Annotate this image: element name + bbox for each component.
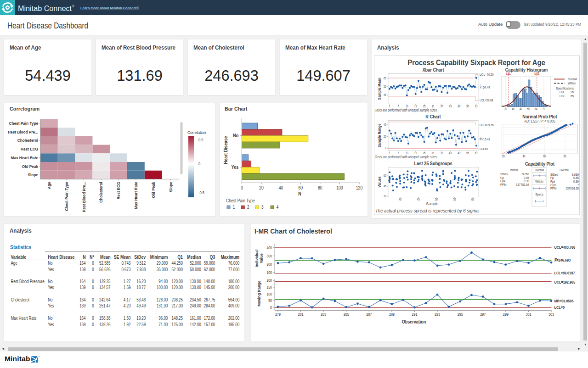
svg-text:49: 49 — [458, 152, 460, 155]
svg-text:400: 400 — [266, 245, 272, 250]
svg-text:126.00: 126.00 — [157, 297, 168, 302]
svg-text:120.00: 120.00 — [172, 285, 183, 290]
svg-text:LCL=38.68: LCL=38.68 — [480, 98, 493, 102]
svg-text:Sample Range: Sample Range — [377, 123, 382, 147]
svg-text:289: 289 — [389, 312, 395, 317]
svg-text:Max Heart Rate: Max Heart Rate — [11, 316, 36, 321]
svg-text:217.00: 217.00 — [172, 304, 183, 309]
svg-text:R Chart: R Chart — [425, 114, 441, 120]
svg-text:16.20: 16.20 — [136, 279, 146, 284]
svg-text:131.00: 131.00 — [157, 304, 168, 309]
svg-text:297: 297 — [480, 312, 486, 317]
svg-text:40: 40 — [522, 155, 525, 158]
svg-text:285: 285 — [344, 312, 350, 317]
svg-text:19: 19 — [414, 152, 417, 155]
svg-text:180.00: 180.00 — [228, 279, 239, 284]
svg-text:22.59: 22.59 — [136, 322, 146, 327]
svg-text:164: 164 — [79, 279, 85, 284]
svg-text:172.00: 172.00 — [204, 316, 215, 321]
svg-text:13: 13 — [406, 105, 408, 108]
svg-text:64: 64 — [535, 108, 538, 111]
svg-text:Within: Within — [535, 180, 543, 184]
svg-text:Cholesterol: Cholesterol — [99, 182, 104, 202]
svg-text:139: 139 — [79, 285, 85, 290]
svg-text:0: 0 — [385, 147, 386, 150]
svg-text:200.00: 200.00 — [228, 285, 239, 290]
svg-text:UCL=70.20: UCL=70.20 — [480, 73, 494, 77]
svg-text:Age: Age — [46, 182, 51, 189]
svg-text:55: 55 — [453, 198, 456, 201]
svg-text:120: 120 — [356, 185, 363, 190]
svg-text:Rest ECG: Rest ECG — [21, 146, 38, 151]
svg-text:0: 0 — [198, 161, 201, 166]
svg-text:49.49: 49.49 — [136, 304, 146, 309]
svg-text:80: 80 — [318, 185, 322, 190]
svg-text:Variable: Variable — [11, 255, 26, 260]
svg-text:52.000: 52.000 — [172, 267, 183, 272]
svg-text:130.00: 130.00 — [190, 285, 201, 290]
svg-text:9.058: 9.058 — [522, 173, 530, 176]
svg-text:20: 20 — [502, 155, 505, 158]
svg-text:53.46: 53.46 — [136, 297, 146, 302]
svg-text:56.626: 56.626 — [99, 267, 110, 272]
svg-text:Q3: Q3 — [210, 255, 215, 260]
svg-text:125.00: 125.00 — [172, 322, 183, 327]
svg-text:303: 303 — [548, 312, 554, 317]
svg-text:PPM: PPM — [550, 187, 557, 190]
svg-text:X=246.693: X=246.693 — [554, 258, 571, 263]
svg-text:7: 7 — [397, 152, 399, 155]
svg-text:100: 100 — [266, 292, 272, 296]
svg-text:0: 0 — [92, 304, 94, 309]
svg-text:29.000: 29.000 — [157, 261, 168, 266]
svg-text:USL: USL — [560, 94, 565, 98]
svg-text:0: 0 — [92, 285, 94, 290]
svg-text:StDev: StDev — [134, 255, 146, 260]
svg-text:13: 13 — [406, 152, 408, 155]
svg-text:7.938: 7.938 — [136, 267, 146, 272]
svg-text:44.250: 44.250 — [172, 261, 183, 266]
svg-text:MR=59.0596: MR=59.0596 — [554, 299, 574, 303]
svg-text:291: 291 — [412, 312, 417, 317]
svg-text:Max Heart Rate: Max Heart Rate — [11, 155, 38, 160]
svg-text:Tests are performed with unequ: Tests are performed with unequal sample … — [375, 155, 438, 160]
svg-text:StDev: StDev — [500, 173, 508, 176]
svg-text:76.000: 76.000 — [228, 261, 239, 266]
svg-text:100.00: 100.00 — [157, 285, 168, 290]
svg-text:45: 45 — [384, 185, 386, 188]
svg-text:195.00: 195.00 — [228, 322, 239, 327]
svg-text:LSL: LSL — [560, 90, 565, 94]
svg-text:61: 61 — [475, 105, 478, 108]
svg-text:65: 65 — [571, 94, 574, 98]
svg-text:*: * — [578, 183, 579, 187]
svg-text:55: 55 — [384, 85, 386, 88]
svg-text:40: 40 — [512, 108, 514, 111]
svg-text:StDev: StDev — [550, 173, 558, 176]
svg-text:287: 287 — [366, 312, 372, 317]
svg-text:0: 0 — [92, 267, 94, 272]
svg-text:Maximum: Maximum — [221, 255, 240, 260]
svg-text:Rest ECG: Rest ECG — [116, 182, 121, 199]
svg-text:60: 60 — [471, 198, 474, 201]
svg-text:Minimum: Minimum — [150, 255, 168, 260]
svg-text:Capability Plot: Capability Plot — [525, 162, 555, 167]
svg-text:50: 50 — [268, 299, 272, 303]
svg-text:52.585: 52.585 — [99, 261, 110, 266]
svg-text:-0.5: -0.5 — [198, 190, 204, 195]
svg-text:No: No — [48, 316, 52, 321]
svg-text:150: 150 — [266, 285, 272, 290]
svg-text:Overall: Overall — [560, 168, 569, 172]
svg-text:242.64: 242.64 — [99, 297, 110, 302]
svg-text:145.00: 145.00 — [204, 285, 215, 290]
svg-text:N*: N* — [90, 255, 94, 260]
svg-text:Yes: Yes — [48, 304, 54, 309]
svg-text:UCL=39.66: UCL=39.66 — [480, 123, 494, 127]
svg-text:45: 45 — [417, 198, 420, 201]
svg-text:251.47: 251.47 — [99, 304, 110, 309]
svg-text:56: 56 — [527, 108, 530, 111]
svg-text:31: 31 — [432, 105, 435, 108]
svg-text:564.00: 564.00 — [228, 297, 239, 302]
svg-text:0.5: 0.5 — [198, 138, 204, 143]
svg-text:UCL=192.965: UCL=192.965 — [554, 280, 575, 285]
svg-text:Median: Median — [187, 255, 201, 260]
svg-text:Cholesterol: Cholesterol — [11, 297, 29, 302]
